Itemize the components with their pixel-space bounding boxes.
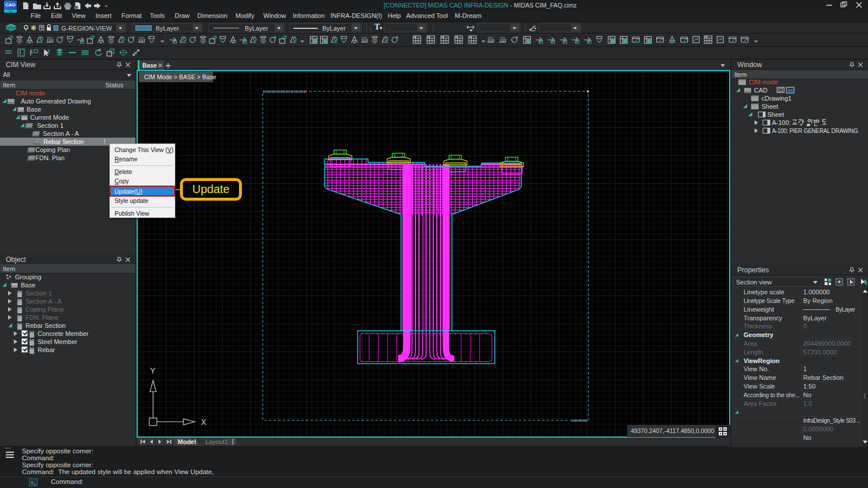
svg-text:X: X	[201, 417, 207, 427]
svg-text:I: I	[20, 50, 21, 56]
svg-text:Y: Y	[150, 366, 156, 375]
